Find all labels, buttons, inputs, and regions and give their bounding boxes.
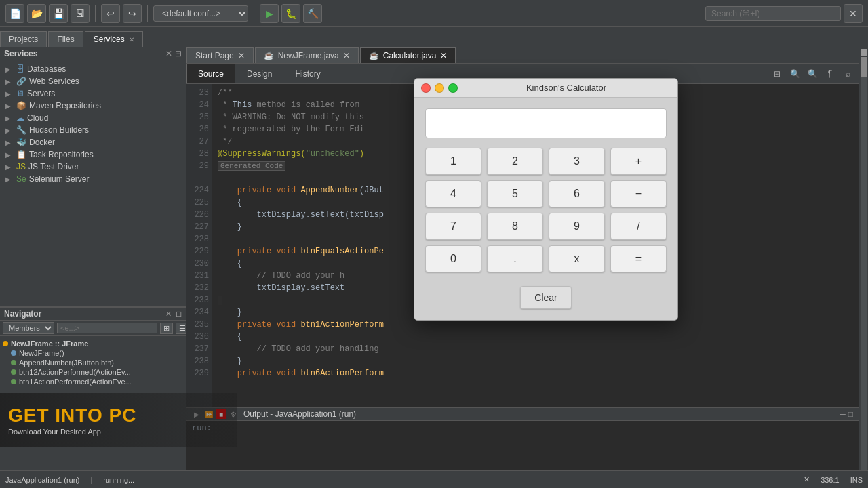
- nav-item[interactable]: NewJFrame(): [3, 348, 183, 358]
- undo-btn[interactable]: ↩: [101, 4, 120, 23]
- history-tab-label: History: [295, 69, 320, 79]
- open-project-btn[interactable]: 📂: [27, 4, 46, 23]
- redo-btn[interactable]: ↪: [123, 4, 142, 23]
- output-maximize-btn[interactable]: □: [848, 409, 853, 419]
- calc-close-btn[interactable]: [421, 83, 431, 93]
- sidebar-item-task[interactable]: ▶ 📋 Task Repositories: [0, 148, 186, 161]
- arrow-icon: ▶: [5, 78, 14, 85]
- new-file-btn[interactable]: 📄: [5, 4, 24, 23]
- build-btn[interactable]: 🔨: [303, 4, 322, 23]
- sel-icon: Se: [16, 174, 26, 184]
- save-all-btn[interactable]: 🖫: [71, 4, 90, 23]
- design-tab[interactable]: Design: [235, 64, 283, 83]
- sidebar-item-label: Selenium Server: [29, 174, 90, 184]
- sidebar-item-hudson[interactable]: ▶ 🔧 Hudson Builders: [0, 124, 186, 136]
- services-tab[interactable]: Services ✕: [85, 31, 143, 47]
- line-numbers: 23 24 25 26 27 28 29 224 225 226 227 228…: [186, 84, 212, 407]
- history-tab[interactable]: History: [283, 64, 332, 83]
- calc-btn-6[interactable]: 6: [549, 180, 605, 207]
- method-icon: [11, 379, 16, 384]
- search-close-btn[interactable]: ✕: [844, 4, 863, 23]
- editor-tab-newjframe[interactable]: ☕ NewJFrame.java ✕: [255, 47, 359, 63]
- calc-btn-0[interactable]: 0: [425, 245, 481, 272]
- calc-btn-9[interactable]: 9: [549, 213, 605, 240]
- calc-btn-equals[interactable]: =: [610, 245, 667, 272]
- calculator-display[interactable]: [425, 108, 667, 138]
- services-tab-close[interactable]: ✕: [129, 36, 134, 43]
- sidebar-item-selenium[interactable]: ▶ Se Selenium Server: [0, 173, 186, 185]
- calc-minimize-btn[interactable]: [435, 83, 444, 93]
- calc-btn-5[interactable]: 5: [487, 180, 543, 207]
- calc-maximize-btn[interactable]: [448, 83, 458, 93]
- calc-btn-multiply[interactable]: x: [549, 245, 605, 272]
- find-btn[interactable]: ⌕: [840, 66, 856, 82]
- calc-btn-dot[interactable]: .: [487, 245, 543, 272]
- sidebar-item-cloud[interactable]: ▶ ☁ Cloud: [0, 112, 186, 124]
- calc-btn-divide[interactable]: /: [610, 213, 667, 240]
- tab-close-icon[interactable]: ✕: [440, 51, 447, 60]
- projects-tab[interactable]: Projects: [0, 31, 47, 47]
- sidebar-close-btn[interactable]: ✕: [165, 49, 172, 58]
- scroll-track[interactable]: [861, 57, 867, 479]
- nav-item[interactable]: btn12ActionPerformed(ActionEv...: [3, 367, 183, 377]
- calculator-body: 1 2 3 + 4 5 6 − 7 8 9 / 0 . x = Clear: [414, 98, 677, 320]
- run-btn[interactable]: ▶: [260, 4, 279, 23]
- sidebar-item-webservices[interactable]: ▶ 🔗 Web Services: [0, 75, 186, 87]
- status-close-btn[interactable]: ✕: [804, 475, 810, 484]
- nav-pin-btn[interactable]: ⊟: [176, 310, 182, 319]
- sidebar-item-maven[interactable]: ▶ 📦 Maven Repositories: [0, 100, 186, 112]
- tab-close-icon[interactable]: ✕: [343, 51, 350, 60]
- format-btn[interactable]: ¶: [822, 66, 838, 82]
- navigator-title: Navigator: [4, 309, 41, 319]
- navigator-header: Navigator ✕ ⊟: [0, 308, 186, 321]
- sidebar-item-label: Maven Repositories: [29, 101, 101, 110]
- sidebar-item-docker[interactable]: ▶ 🐳 Docker: [0, 136, 186, 148]
- nav-root-label: NewJFrame :: JFrame: [11, 340, 88, 348]
- sidebar-item-jstest[interactable]: ▶ JS JS Test Driver: [0, 161, 186, 173]
- ws-icon: 🔗: [16, 77, 26, 86]
- navigator-filter-select[interactable]: Members: [3, 322, 54, 334]
- calc-btn-1[interactable]: 1: [425, 148, 481, 175]
- calculator-buttons: 1 2 3 + 4 5 6 − 7 8 9 / 0 . x =: [425, 148, 667, 272]
- nav-close-btn[interactable]: ✕: [165, 310, 172, 319]
- sidebar-item-servers[interactable]: ▶ 🖥 Servers: [0, 87, 186, 100]
- watermark-highlight: INTO: [55, 405, 102, 426]
- sidebar-item-label: Docker: [29, 138, 55, 147]
- tab-label: NewJFrame.java: [278, 51, 339, 60]
- tab-close-icon[interactable]: ✕: [238, 51, 245, 60]
- sidebar-item-databases[interactable]: ▶ 🗄 Databases: [0, 63, 186, 75]
- calc-btn-4[interactable]: 4: [425, 180, 481, 207]
- sidebar-expand-btn[interactable]: ⊟: [175, 49, 182, 58]
- nav-item[interactable]: AppendNumber(JButton btn): [3, 358, 183, 367]
- editor-tab-startpage[interactable]: Start Page ✕: [186, 47, 254, 63]
- calc-btn-2[interactable]: 2: [487, 148, 543, 175]
- navigator-sort-btn[interactable]: ⊞: [160, 323, 173, 334]
- arrow-icon: ▶: [5, 151, 14, 159]
- nav-root-item[interactable]: NewJFrame :: JFrame: [3, 339, 183, 348]
- navigator-view-btn[interactable]: ☰: [176, 323, 186, 334]
- zoom-out-btn[interactable]: 🔍: [804, 66, 821, 82]
- files-tab[interactable]: Files: [48, 31, 83, 47]
- scroll-up-btn[interactable]: [861, 49, 867, 56]
- scroll-thumb[interactable]: [861, 57, 867, 77]
- debug-btn[interactable]: 🐛: [281, 4, 300, 23]
- toggle-bookmarks-btn[interactable]: ⊟: [769, 66, 785, 82]
- projects-tab-label: Projects: [9, 35, 38, 44]
- navigator-search-input[interactable]: [57, 323, 157, 333]
- zoom-in-btn[interactable]: 🔍: [787, 66, 803, 82]
- source-tab[interactable]: Source: [186, 64, 235, 83]
- calc-btn-minus[interactable]: −: [610, 180, 667, 207]
- calc-btn-3[interactable]: 3: [549, 148, 605, 175]
- config-dropdown[interactable]: <default conf...>: [153, 5, 248, 22]
- search-input[interactable]: [705, 6, 841, 21]
- nav-item[interactable]: btn1ActionPerformed(ActionEve...: [3, 377, 183, 386]
- calc-btn-plus[interactable]: +: [610, 148, 667, 175]
- calc-btn-7[interactable]: 7: [425, 213, 481, 240]
- calc-btn-8[interactable]: 8: [487, 213, 543, 240]
- output-minimize-btn[interactable]: ─: [840, 409, 846, 419]
- save-btn[interactable]: 💾: [49, 4, 68, 23]
- editor-tab-calculator[interactable]: ☕ Calculator.java ✕: [360, 47, 456, 63]
- sidebar-item-label: Databases: [27, 64, 66, 74]
- calc-clear-btn[interactable]: Clear: [520, 286, 571, 309]
- sidebar-item-label: Cloud: [27, 113, 48, 123]
